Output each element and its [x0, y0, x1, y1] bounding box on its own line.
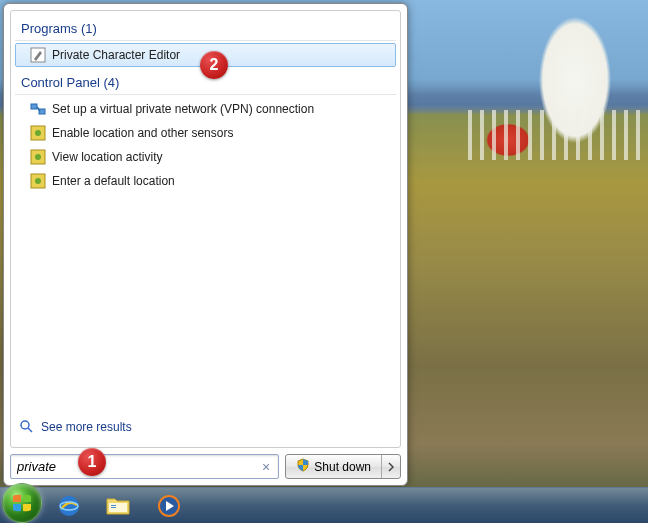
- taskbar: [0, 487, 648, 523]
- shutdown-label: Shut down: [314, 460, 371, 474]
- shutdown-button[interactable]: Shut down: [286, 455, 382, 478]
- result-label: Set up a virtual private network (VPN) c…: [52, 102, 314, 116]
- chevron-right-icon: [388, 462, 394, 472]
- svg-point-8: [35, 178, 41, 184]
- see-more-results-link[interactable]: See more results: [15, 413, 396, 441]
- folder-icon: [105, 494, 133, 518]
- search-input[interactable]: [17, 459, 260, 474]
- svg-rect-15: [111, 507, 116, 508]
- result-enter-default-location[interactable]: Enter a default location: [15, 169, 396, 193]
- editor-icon: [30, 47, 46, 63]
- taskbar-ie-button[interactable]: [46, 491, 92, 521]
- svg-point-4: [35, 130, 41, 136]
- result-enable-location-sensors[interactable]: Enable location and other sensors: [15, 121, 396, 145]
- start-button[interactable]: [2, 483, 42, 523]
- search-box[interactable]: ×: [10, 454, 279, 479]
- annotation-badge-1: 1: [78, 448, 106, 476]
- sensor-icon: [30, 149, 46, 165]
- shutdown-options-button[interactable]: [382, 455, 400, 478]
- search-icon: [19, 419, 35, 435]
- wallpaper-fence: [468, 110, 648, 160]
- clear-search-icon[interactable]: ×: [260, 459, 272, 475]
- result-label: Private Character Editor: [52, 48, 180, 62]
- sensor-icon: [30, 125, 46, 141]
- result-label: View location activity: [52, 150, 163, 164]
- annotation-badge-2: 2: [200, 51, 228, 79]
- svg-point-6: [35, 154, 41, 160]
- results-spacer: [15, 193, 396, 413]
- see-more-label: See more results: [41, 420, 132, 434]
- result-label: Enable location and other sensors: [52, 126, 233, 140]
- result-label: Enter a default location: [52, 174, 175, 188]
- network-icon: [30, 101, 46, 117]
- result-vpn-connection[interactable]: Set up a virtual private network (VPN) c…: [15, 97, 396, 121]
- section-header-programs: Programs (1): [15, 17, 396, 41]
- shield-icon: [296, 458, 310, 475]
- start-menu-bottom-row: × Shut down: [10, 454, 401, 479]
- ie-icon: [56, 493, 82, 519]
- sensor-icon: [30, 173, 46, 189]
- windows-logo-icon: [11, 492, 33, 514]
- svg-point-9: [21, 421, 29, 429]
- svg-rect-14: [111, 505, 116, 506]
- shutdown-button-group: Shut down: [285, 454, 401, 479]
- taskbar-explorer-button[interactable]: [96, 491, 142, 521]
- taskbar-media-player-button[interactable]: [146, 491, 192, 521]
- media-player-icon: [156, 493, 182, 519]
- svg-line-10: [28, 428, 32, 432]
- svg-rect-1: [31, 104, 37, 109]
- result-view-location-activity[interactable]: View location activity: [15, 145, 396, 169]
